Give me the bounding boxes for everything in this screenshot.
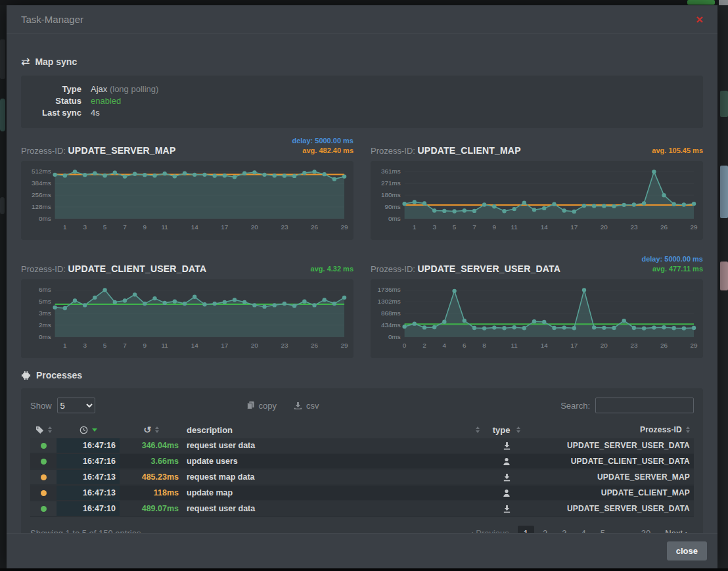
data-point <box>642 201 646 205</box>
pagination-next[interactable]: Next › <box>659 526 694 534</box>
data-point <box>173 174 177 178</box>
x-tick-label: 1 <box>63 223 67 231</box>
user-icon <box>503 489 511 497</box>
csv-button[interactable]: csv <box>294 401 319 411</box>
data-point <box>123 298 127 302</box>
download-icon <box>503 505 511 513</box>
sort-type[interactable] <box>516 426 520 433</box>
x-tick-label: 26 <box>311 223 319 231</box>
x-tick-label: 3 <box>83 223 87 231</box>
data-point <box>302 171 306 175</box>
last-sync-label: Last sync <box>32 107 91 119</box>
sort-status[interactable] <box>48 426 52 433</box>
time-cell: 16:47:16 <box>57 454 120 468</box>
y-tick-label: 271ms <box>381 179 401 187</box>
sort-description[interactable] <box>476 426 480 433</box>
status-cell <box>30 454 57 468</box>
copy-button[interactable]: copy <box>246 401 277 411</box>
table-row[interactable]: 16:47:163.66msupdate usersUPDATE_CLIENT_… <box>30 454 694 470</box>
avg-stat: avg. 482.40 ms <box>292 146 353 156</box>
data-point <box>492 204 496 208</box>
pagination-page-30[interactable]: 30 <box>635 526 656 534</box>
entries-info: Showing 1 to 5 of 150 entries <box>30 528 141 534</box>
data-point <box>572 210 576 214</box>
time-cell: 16:47:10 <box>57 501 120 516</box>
time-cell: 16:47:16 <box>57 438 120 453</box>
table-row[interactable]: 16:47:13485.23msrequest map dataUPDATE_S… <box>30 470 694 486</box>
data-point <box>612 204 616 208</box>
description-column-header: description <box>183 425 484 435</box>
pagination-page-3[interactable]: 3 <box>556 526 572 534</box>
pagination-page-2[interactable]: 2 <box>537 526 553 534</box>
info-row-last-sync: Last sync 4s <box>32 107 693 119</box>
x-tick-label: 0 <box>403 342 407 349</box>
close-button[interactable]: close <box>667 541 707 560</box>
page-size-select[interactable]: 5 <box>57 398 95 413</box>
sort-prozess-id[interactable] <box>686 426 690 433</box>
data-point <box>672 202 676 206</box>
sort-duration[interactable] <box>155 426 159 433</box>
background-green-bar <box>687 0 715 5</box>
data-point <box>472 209 476 213</box>
data-point <box>233 175 237 179</box>
y-tick-label: 0ms <box>39 215 51 222</box>
pagination-page-1[interactable]: 1 <box>518 526 534 534</box>
show-label: Show <box>30 401 52 411</box>
sort-time-desc[interactable] <box>92 428 97 432</box>
table-controls: Show 5 copy csv Search: <box>30 396 694 415</box>
data-point <box>342 174 346 178</box>
type-label: Type <box>32 83 91 95</box>
data-point <box>273 303 277 307</box>
description-cell: request user data <box>183 504 484 513</box>
x-tick-label: 17 <box>570 342 578 349</box>
data-point <box>123 174 127 178</box>
duration-column-header: ↺ <box>120 425 183 434</box>
duration-cell: 118ms <box>120 488 183 497</box>
data-point <box>402 325 406 329</box>
duration-cell: 489.07ms <box>120 504 183 513</box>
map-sync-section-header: ⇄ Map sync <box>21 55 703 68</box>
data-point <box>133 172 137 176</box>
data-point <box>173 299 177 303</box>
data-point <box>442 320 446 324</box>
data-point <box>83 303 87 307</box>
processes-table-panel: Show 5 copy csv Search: <box>21 388 703 533</box>
data-point <box>413 321 417 325</box>
pagination-page-4[interactable]: 4 <box>576 526 592 534</box>
data-point <box>452 289 456 293</box>
description-cell: request map data <box>183 472 484 482</box>
data-point <box>163 171 167 175</box>
search-input[interactable] <box>595 398 694 413</box>
chart-title: UPDATE_SERVER_MAP <box>68 145 176 156</box>
data-point <box>632 202 636 206</box>
table-footer: Showing 1 to 5 of 150 entries ‹ Previous… <box>30 520 694 533</box>
search-label: Search: <box>560 401 590 411</box>
y-tick-label: 128ms <box>32 203 51 210</box>
data-point <box>672 326 676 330</box>
data-point <box>692 326 696 330</box>
x-tick-label: 7 <box>472 223 476 231</box>
close-icon[interactable]: × <box>696 13 703 26</box>
prozess-id-cell: UPDATE_SERVER_USER_DATA <box>530 441 694 450</box>
x-tick-label: 17 <box>221 342 229 349</box>
pagination-previous[interactable]: ‹ Previous <box>465 526 515 534</box>
data-point <box>582 288 586 292</box>
table-row[interactable]: 16:47:16346.04msrequest user dataUPDATE_… <box>30 438 694 454</box>
type-value: Ajax (long polling) <box>91 83 158 95</box>
table-row[interactable]: 16:47:10489.07msrequest user dataUPDATE_… <box>30 501 694 517</box>
y-tick-label: 0ms <box>388 215 401 222</box>
table-row[interactable]: 16:47:13118msupdate mapUPDATE_CLIENT_MAP <box>30 486 694 501</box>
x-tick-label: 5 <box>453 223 457 231</box>
pagination-page-5[interactable]: 5 <box>595 526 611 534</box>
background-fragment <box>720 166 728 218</box>
charts-grid: Prozess-ID: UPDATE_SERVER_MAP delay: 500… <box>21 132 703 358</box>
data-point <box>413 200 417 204</box>
modal-body: ⇄ Map sync Type Ajax (long polling) Stat… <box>7 34 717 533</box>
info-row-status: Status enabled <box>32 95 693 107</box>
type-cell <box>484 473 530 482</box>
user-icon <box>503 457 511 466</box>
copy-icon <box>246 401 255 410</box>
history-icon: ↺ <box>143 425 151 434</box>
data-point <box>562 325 566 329</box>
x-tick-label: 7 <box>123 223 127 231</box>
